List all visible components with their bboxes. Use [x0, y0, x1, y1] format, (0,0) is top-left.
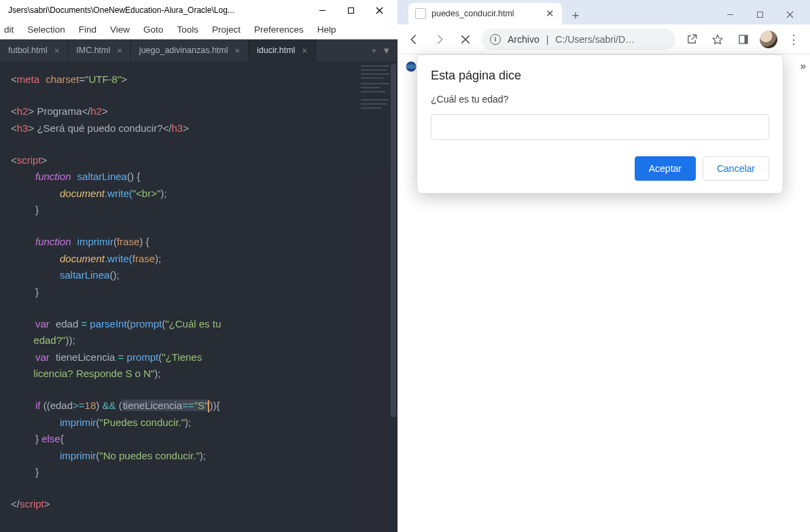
menu-edit[interactable]: dit	[4, 24, 14, 35]
tab-close-icon[interactable]: ✕	[544, 8, 555, 19]
tab-overflow: + ▼	[365, 39, 398, 61]
svg-rect-1	[348, 7, 353, 13]
dialog-accept-button[interactable]: Aceptar	[635, 156, 696, 181]
tab-close-icon[interactable]: ×	[235, 46, 241, 56]
tab-label: iducir.html	[257, 46, 295, 55]
browser-viewport: » Esta página dice ¿Cuál es tu edad? Ace…	[398, 54, 810, 532]
menu-project[interactable]: Project	[212, 24, 241, 35]
menu-find[interactable]: Find	[79, 24, 96, 35]
bookmarks-bar-icon[interactable]	[404, 60, 418, 73]
tab-label: futbol.html	[8, 46, 48, 55]
sublime-editor-window: Jsers\sabri\Documents\OneNewEducation-Al…	[0, 0, 398, 532]
menu-view[interactable]: View	[110, 24, 130, 35]
editor-file-tabs: futbol.html × IMC.html × juego_adivinanz…	[0, 39, 398, 61]
editor-body: <meta charset="UTF-8"> <h2> Programa</h2…	[0, 61, 398, 532]
tab-juego[interactable]: juego_adivinanzas.html ×	[131, 39, 249, 61]
menu-selection[interactable]: Selection	[27, 24, 65, 35]
close-icon[interactable]	[374, 5, 384, 15]
forward-button[interactable]	[430, 30, 449, 49]
menu-help[interactable]: Help	[317, 24, 336, 35]
new-tab-button[interactable]: ＋	[566, 5, 585, 24]
minimize-icon[interactable]	[317, 5, 327, 15]
editor-menu-bar: dit Selection Find View Goto Tools Proje…	[0, 20, 398, 39]
chrome-tab-strip: puedes_conducir.html ✕ ＋	[398, 0, 810, 24]
bookmark-star-icon[interactable]	[708, 30, 727, 49]
dialog-button-row: Aceptar Cancelar	[431, 156, 769, 181]
favicon-icon	[415, 8, 426, 19]
dialog-message: ¿Cuál es tu edad?	[431, 94, 769, 105]
browser-tab-title: puedes_conducir.html	[432, 9, 539, 18]
close-icon[interactable]	[775, 4, 805, 24]
tab-close-icon[interactable]: ×	[117, 46, 122, 56]
maximize-icon[interactable]	[745, 4, 775, 24]
address-path: C:/Users/sabri/D…	[555, 34, 667, 45]
maximize-icon[interactable]	[346, 5, 355, 15]
menu-preferences[interactable]: Preferences	[254, 24, 304, 35]
editor-title-path: Jsers\sabri\Documents\OneNewEducation-Al…	[5, 5, 317, 15]
tab-imc[interactable]: IMC.html ×	[68, 39, 131, 61]
address-bar[interactable]: i Archivo | C:/Users/sabri/D…	[482, 29, 675, 50]
svg-rect-5	[757, 12, 762, 17]
dialog-cancel-button[interactable]: Cancelar	[703, 156, 769, 181]
profile-avatar[interactable]	[760, 31, 777, 48]
tab-futbol[interactable]: futbol.html ×	[0, 39, 68, 61]
chrome-browser-window: puedes_conducir.html ✕ ＋ i Archivo | C:/…	[398, 0, 810, 532]
menu-goto[interactable]: Goto	[143, 24, 163, 35]
tab-label: juego_adivinanzas.html	[139, 46, 228, 55]
js-prompt-dialog: Esta página dice ¿Cuál es tu edad? Acept…	[417, 54, 783, 194]
reading-list-icon[interactable]	[734, 30, 753, 49]
browser-window-controls	[715, 4, 805, 24]
tab-close-icon[interactable]: ×	[54, 46, 60, 56]
code-area[interactable]: <meta charset="UTF-8"> <h2> Programa</h2…	[0, 61, 357, 532]
browser-tab[interactable]: puedes_conducir.html ✕	[408, 3, 562, 24]
tab-conducir[interactable]: iducir.html ×	[249, 39, 316, 61]
minimize-icon[interactable]	[715, 4, 745, 24]
back-button[interactable]	[404, 30, 423, 49]
browser-toolbar: i Archivo | C:/Users/sabri/D… ⋮	[398, 24, 810, 54]
editor-scrollbar[interactable]	[389, 61, 398, 532]
bookmarks-overflow-icon[interactable]: »	[800, 60, 806, 71]
site-info-icon[interactable]: i	[490, 34, 501, 45]
editor-titlebar: Jsers\sabri\Documents\OneNewEducation-Al…	[0, 0, 398, 20]
menu-dots-icon[interactable]: ⋮	[784, 30, 803, 49]
tab-label: IMC.html	[76, 46, 110, 55]
stop-reload-button[interactable]	[456, 30, 475, 49]
dialog-title: Esta página dice	[431, 69, 769, 83]
editor-window-controls	[317, 5, 392, 15]
address-separator: |	[546, 34, 549, 45]
menu-tools[interactable]: Tools	[177, 24, 198, 35]
tab-dropdown-icon[interactable]: ▼	[382, 46, 391, 56]
share-icon[interactable]	[682, 30, 701, 49]
new-tab-icon[interactable]: +	[372, 46, 377, 56]
dialog-input[interactable]	[431, 114, 769, 140]
svg-point-13	[406, 65, 417, 69]
svg-rect-11	[745, 35, 748, 43]
tab-close-icon[interactable]: ×	[302, 46, 307, 56]
address-source-label: Archivo	[508, 34, 540, 45]
